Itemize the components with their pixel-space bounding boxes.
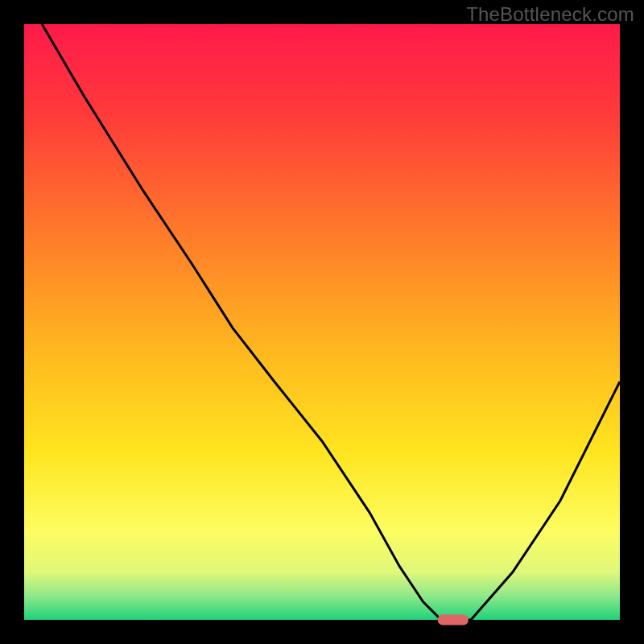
- plot-area: [24, 24, 620, 620]
- optimal-marker: [438, 615, 469, 625]
- chart-container: TheBottleneck.com: [0, 0, 644, 644]
- bottleneck-chart: [0, 0, 644, 644]
- watermark-text: TheBottleneck.com: [466, 3, 634, 26]
